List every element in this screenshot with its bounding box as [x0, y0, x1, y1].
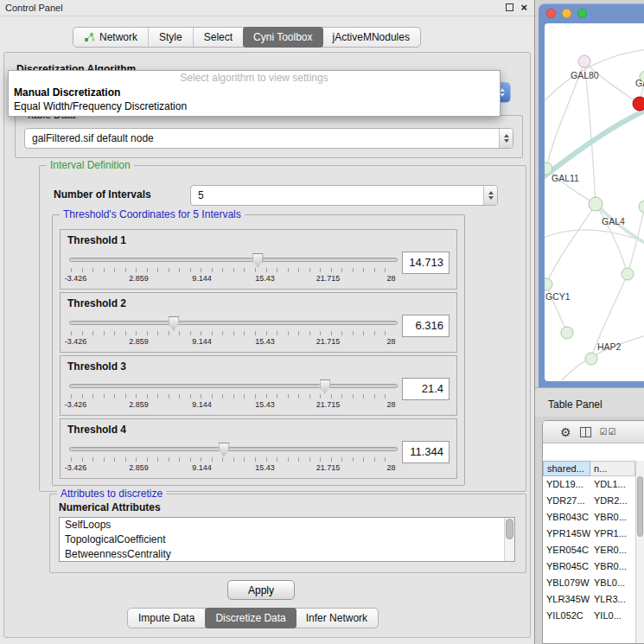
slider-track[interactable] [69, 258, 398, 262]
threshold-2-value-field[interactable]: 6.316 [402, 315, 450, 337]
number-of-intervals-label: Number of Intervals [54, 188, 151, 201]
threshold-4-slider[interactable]: -3.426 2.859 9.144 15.43 21.715 28 [69, 442, 398, 476]
table-body: YDL19...YDL1... YDR27...YDR2... YBR043CY… [543, 476, 644, 624]
network-nodes[interactable] [545, 55, 644, 365]
table-row[interactable]: YLR345WYLR3... [543, 591, 644, 608]
tab-discretize-data[interactable]: Discretize Data [205, 608, 296, 628]
number-of-intervals-combo[interactable]: 5 [190, 185, 498, 206]
table-row[interactable]: YDL19...YDL1... [543, 476, 644, 493]
node-gal80[interactable] [578, 55, 590, 67]
table-row[interactable]: YBR045CYBR0... [543, 558, 644, 575]
threshold-3-value-field[interactable]: 21.4 [402, 378, 450, 400]
select-columns-icons[interactable]: ☑☑ [600, 427, 617, 437]
node-gcy1[interactable] [545, 278, 552, 290]
attributes-group-title: Attributes to discretize [57, 488, 166, 500]
slider-thumb[interactable] [218, 443, 229, 456]
threshold-1-slider[interactable]: -3.426 2.859 9.144 15.43 21.715 28 [69, 252, 398, 287]
tab-jactivemnodules[interactable]: jActiveMNodules [322, 28, 420, 47]
list-scrollbar[interactable] [504, 518, 514, 561]
node-unlabeled[interactable] [561, 327, 573, 339]
network-canvas[interactable]: GAL80 GAL8 GAL11 GAL4 GCY1 HAP2 [545, 23, 644, 381]
dropdown-prompt: Select algorithm to view settings [9, 71, 500, 86]
tab-select[interactable]: Select [194, 28, 244, 47]
slider-track[interactable] [69, 447, 398, 451]
threshold-2-label: Threshold 2 [67, 297, 126, 309]
network-window-titlebar [539, 3, 644, 23]
slider-track[interactable] [69, 321, 398, 325]
dropdown-option-equal-width-frequency[interactable]: Equal Width/Frequency Discretization [9, 99, 500, 113]
float-window-icon[interactable] [506, 3, 513, 11]
attributes-group: Attributes to discretize Numerical Attri… [49, 494, 526, 573]
table-data-combo[interactable]: galFiltered.sif default node [24, 128, 513, 149]
table-row[interactable]: YDR27...YDR2... [543, 493, 644, 509]
node-label: GAL8 [635, 78, 644, 88]
node-label: HAP2 [597, 341, 622, 352]
table-data-group: Table Data galFiltered.sif default node [15, 115, 523, 158]
close-traffic-light-icon[interactable] [546, 9, 556, 18]
scrollbar-thumb[interactable] [637, 476, 643, 537]
node-label: GCY1 [545, 291, 571, 302]
window-title: Control Panel [5, 3, 63, 13]
network-edges [545, 49, 644, 380]
slider-scale: -3.426 2.859 9.144 15.43 21.715 28 [69, 400, 398, 410]
tab-cyni-toolbox[interactable]: Cyni Toolbox [243, 27, 322, 48]
list-item[interactable]: SelfLoops [60, 518, 514, 532]
node-unlabeled[interactable] [622, 268, 634, 280]
node-gal4[interactable] [589, 197, 603, 211]
numerical-attributes-list[interactable]: SelfLoops TopologicalCoefficient Between… [59, 517, 515, 562]
interval-definition-title: Interval Definition [47, 159, 134, 171]
slider-thumb[interactable] [252, 253, 264, 267]
slider-thumb[interactable] [168, 316, 179, 330]
thick-teal-edge [545, 110, 644, 177]
column-header-name[interactable]: n... [590, 461, 635, 476]
minimize-traffic-light-icon[interactable] [562, 9, 571, 18]
threshold-1-value-field[interactable]: 14.713 [402, 252, 450, 274]
slider-track[interactable] [69, 384, 398, 388]
tab-style[interactable]: Style [149, 28, 194, 47]
right-region: GAL80 GAL8 GAL11 GAL4 GCY1 HAP2 Table Pa… [534, 0, 644, 644]
table-header-row: shared... n... [543, 461, 644, 476]
table-row[interactable]: YIL052CYIL0... [543, 608, 644, 624]
tab-network-label: Network [99, 31, 137, 43]
node-label: GAL4 [602, 216, 625, 226]
dropdown-option-manual-discretization[interactable]: Manual Discretization [9, 86, 500, 99]
list-item[interactable]: BetweennessCentrality [60, 547, 514, 562]
tab-impute-data[interactable]: Impute Data [128, 609, 206, 628]
zoom-traffic-light-icon[interactable] [577, 9, 587, 18]
node-partial-right[interactable] [639, 201, 644, 213]
algorithm-dropdown-popup: Select algorithm to view settings Manual… [8, 70, 501, 117]
network-window: GAL80 GAL8 GAL11 GAL4 GCY1 HAP2 [539, 3, 644, 387]
table-row[interactable]: YBR043CYBR0... [543, 509, 644, 526]
columns-icon[interactable] [580, 427, 591, 437]
slider-ticks [71, 268, 396, 272]
list-item[interactable]: TopologicalCoefficient [60, 532, 514, 547]
thresholds-group-title: Threshold's Coordinates for 5 Intervals [60, 208, 245, 220]
threshold-2-slider[interactable]: -3.426 2.859 9.144 15.43 21.715 28 [69, 316, 398, 350]
table-row[interactable]: YBL079WYBL0... [543, 575, 644, 591]
threshold-3-slider[interactable]: -3.426 2.859 9.144 15.43 21.715 28 [69, 379, 398, 413]
combo-stepper-icon[interactable] [499, 129, 513, 148]
node-hap2[interactable] [585, 353, 597, 365]
close-icon[interactable]: × [520, 3, 527, 12]
tab-network[interactable]: Network [73, 28, 149, 47]
slider-thumb[interactable] [319, 379, 330, 393]
threshold-4-value-field[interactable]: 11.344 [402, 441, 450, 463]
thresholds-group: Threshold's Coordinates for 5 Intervals … [52, 214, 465, 486]
table-panel-header: Table Panel [535, 387, 644, 417]
control-panel-tabs: Network Style Select Cyni Toolbox jActiv… [73, 27, 421, 48]
table-scrollbar[interactable] [635, 461, 644, 643]
table-row[interactable]: YPR145WYPR1... [543, 526, 644, 542]
scrollbar-thumb[interactable] [506, 519, 513, 539]
node-label: GAL80 [571, 70, 599, 80]
tab-infer-network[interactable]: Infer Network [296, 609, 378, 628]
interval-definition-group: Interval Definition Number of Intervals … [39, 165, 526, 492]
slider-scale: -3.426 2.859 9.144 15.43 21.715 28 [69, 274, 398, 284]
numerical-attributes-label: Numerical Attributes [59, 501, 161, 513]
table-row[interactable]: YER054CYER0... [543, 542, 644, 558]
combo-stepper-icon[interactable] [483, 186, 497, 205]
gear-icon[interactable]: ⚙ [560, 426, 571, 438]
node-selected-red[interactable] [633, 97, 644, 111]
apply-button[interactable]: Apply [227, 580, 295, 600]
column-header-shared-name[interactable]: shared... [543, 461, 590, 476]
slider-ticks [71, 394, 396, 399]
